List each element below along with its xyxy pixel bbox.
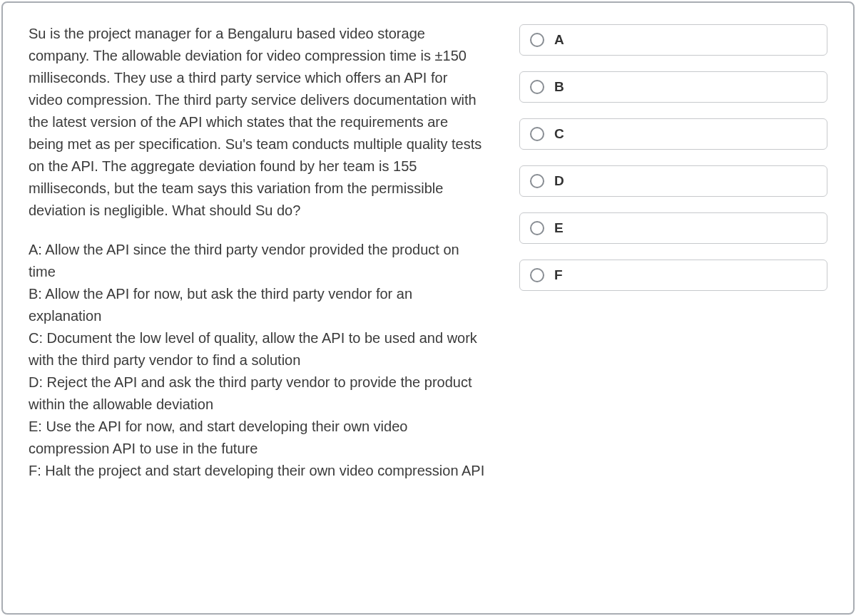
- radio-icon: [530, 268, 544, 282]
- question-prompt: Su is the project manager for a Bengalur…: [29, 23, 485, 222]
- radio-icon: [530, 80, 544, 94]
- radio-icon: [530, 127, 544, 141]
- question-body: Su is the project manager for a Bengalur…: [29, 23, 485, 593]
- choice-d-description: D: Reject the API and ask the third part…: [29, 371, 485, 416]
- option-a[interactable]: A: [519, 24, 827, 56]
- option-label: E: [554, 220, 564, 236]
- option-f[interactable]: F: [519, 260, 827, 291]
- radio-icon: [530, 221, 544, 235]
- choice-e-description: E: Use the API for now, and start develo…: [29, 416, 485, 460]
- answer-options: A B C D E F: [519, 23, 827, 593]
- question-card: Su is the project manager for a Bengalur…: [1, 1, 855, 615]
- option-d[interactable]: D: [519, 165, 827, 197]
- radio-icon: [530, 174, 544, 188]
- option-label: C: [554, 126, 564, 142]
- option-c[interactable]: C: [519, 118, 827, 150]
- option-label: D: [554, 173, 564, 189]
- option-label: B: [554, 79, 564, 95]
- choice-f-description: F: Halt the project and start developing…: [29, 460, 485, 482]
- choice-c-description: C: Document the low level of quality, al…: [29, 327, 485, 371]
- choice-b-description: B: Allow the API for now, but ask the th…: [29, 283, 485, 327]
- option-label: F: [554, 267, 563, 283]
- choice-a-description: A: Allow the API since the third party v…: [29, 239, 485, 283]
- option-label: A: [554, 32, 564, 48]
- option-b[interactable]: B: [519, 71, 827, 103]
- option-e[interactable]: E: [519, 212, 827, 244]
- radio-icon: [530, 33, 544, 47]
